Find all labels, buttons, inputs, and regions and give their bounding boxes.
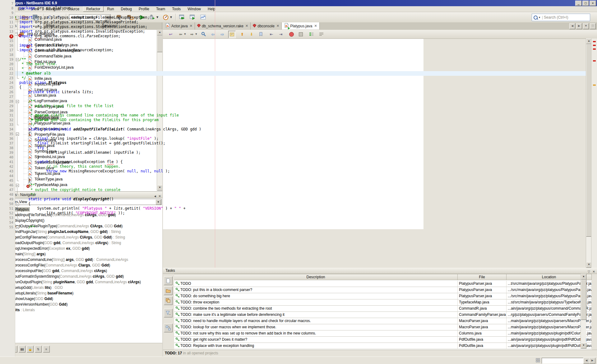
task-location-cell[interactable]: ...st/src/main/java/org/pz/platypus/Type… xyxy=(507,299,592,306)
code-fold-box[interactable] xyxy=(16,183,19,188)
code-line[interactable]: 24public class Platypus xyxy=(0,80,423,85)
code-line[interactable]: 36 final String inputFile = clArgs.looku… xyxy=(0,136,423,141)
code-line[interactable]: 23 */ xyxy=(0,76,423,80)
code-line[interactable]: 29 * add the input file to the file list xyxy=(0,104,423,108)
show-non-public-toggle[interactable]: 🔒 xyxy=(27,346,34,353)
task-location-cell[interactable]: .../src/main/java/org/pz/platypus/Platyp… xyxy=(507,293,592,299)
task-location-cell[interactable]: ...ain/java/org/pz/platypus/plugin/pdf/P… xyxy=(507,343,592,349)
task-location-cell[interactable]: ...t/src/main/java/org/pz/platypus/Platy… xyxy=(507,281,592,287)
navigator-member[interactable]: findPluginJar(String pluginJarLookupName… xyxy=(0,229,162,234)
scroll-thumb[interactable] xyxy=(581,280,586,320)
task-location-cell[interactable]: ...ain/java/org/pz/platypus/command/Comm… xyxy=(507,306,592,312)
navigator-member[interactable]: putFormatInSystemStrings(CommandLineArgs… xyxy=(0,274,162,279)
navigator-member[interactable]: main(String[] args) xyxy=(0,251,162,257)
code-line[interactable]: 33 */ xyxy=(0,122,423,127)
code-line[interactable]: 52 lits.getLit( "COPYRIGHT_NOTICE" )); xyxy=(0,211,423,216)
task-description-cell[interactable]: TODO: do something big here xyxy=(174,293,458,299)
task-description-cell[interactable]: TODO: combine the two methods for extrac… xyxy=(174,306,458,312)
task-file-cell[interactable]: CommandFamilyParser.java xyxy=(458,312,507,318)
code-line[interactable]: 20 * The main line. xyxy=(0,62,423,66)
show-static-members-toggle[interactable]: ▮▮ xyxy=(19,346,25,353)
main-project-scope-button[interactable] xyxy=(164,286,173,295)
code-line[interactable]: 28 /** xyxy=(0,99,423,104)
code-line[interactable]: 26 private static Literals lits; xyxy=(0,90,423,94)
code-line[interactable]: 31 * @param clArgs command line containi… xyxy=(0,113,423,118)
editor-scrollbar[interactable]: ▲ ▼ xyxy=(586,39,591,268)
task-description-cell[interactable]: TODO: throw exception xyxy=(174,299,458,306)
code-line[interactable]: 38 try { xyxy=(0,146,423,150)
code-line[interactable]: 50 { xyxy=(0,202,423,206)
code-line[interactable]: import org.apache.commons.cli.ParseExcep… xyxy=(0,34,423,39)
filter-button[interactable] xyxy=(164,309,173,317)
code-editor[interactable]: 78package org.pz.platypus;910import org.… xyxy=(0,0,423,229)
sort-by-source-toggle[interactable]: ≡ xyxy=(43,346,50,353)
task-file-cell[interactable]: TypefaceMap.java xyxy=(458,299,507,306)
navigator-member[interactable]: setupGdd(Literals lits) : GDD xyxy=(0,285,162,290)
task-file-cell[interactable]: PlatypusParser.java xyxy=(458,281,507,287)
edit-filters-button[interactable] xyxy=(164,324,173,332)
code-fold-box[interactable] xyxy=(16,132,19,136)
task-description-cell[interactable]: TODO: not sure why this was set up to re… xyxy=(174,330,458,337)
status-input[interactable] xyxy=(542,358,583,364)
navigator-member[interactable]: showUsage(GDD Gdd) xyxy=(0,296,162,302)
code-fold-box[interactable] xyxy=(16,225,19,229)
warning-mark[interactable] xyxy=(593,84,596,86)
status-next-button[interactable]: ▶ xyxy=(589,358,595,364)
code-line[interactable]: 32 * @param gdd GDD containing the FileL… xyxy=(0,118,423,122)
code-line[interactable]: 45 } xyxy=(0,178,423,183)
navigator-member[interactable]: processCommandLine(String[] args, GDD gd… xyxy=(0,257,162,262)
code-line[interactable]: 8package org.pz.platypus; xyxy=(0,6,423,11)
task-description-cell[interactable]: TODO xyxy=(174,281,458,287)
code-line[interactable]: 46 /** xyxy=(0,183,423,188)
code-line[interactable]: 22 * @author alb xyxy=(0,71,423,76)
code-line[interactable]: 53 } xyxy=(0,216,423,220)
code-line[interactable]: 55 /** xyxy=(0,225,423,229)
code-line[interactable]: 7 xyxy=(0,1,423,6)
code-fold-box[interactable] xyxy=(16,202,19,206)
task-description-cell[interactable]: TODO: need to handle multiple layers of … xyxy=(174,318,458,324)
task-file-cell[interactable]: PlatypusParser.java xyxy=(458,293,507,299)
code-line[interactable]: 48 */ xyxy=(0,192,423,197)
task-description-cell[interactable]: TODO: put this in a block-comment parser… xyxy=(174,287,458,293)
code-line[interactable]: 51 System.out.println( "Platypus " + lit… xyxy=(0,206,423,211)
navigator-member[interactable]: getConfigFilename(CommandLineArgs ClArgs… xyxy=(0,234,162,240)
code-line[interactable]: 42 // in theory, this cannot happen. xyxy=(0,164,423,169)
error-mark[interactable] xyxy=(593,41,596,42)
navigator-member[interactable]: setupLiterals(String baseFilename) xyxy=(0,290,162,296)
error-annotation-icon[interactable] xyxy=(9,34,13,39)
code-line[interactable]: 21 * xyxy=(0,66,423,71)
task-location-cell[interactable]: ...main/java/org/pz/platypus/plugin/pdf/… xyxy=(507,330,592,337)
code-line[interactable]: 15 xyxy=(0,39,423,43)
code-fold-box[interactable] xyxy=(16,57,19,62)
code-line[interactable]: 19/** xyxy=(0,57,423,62)
task-file-cell[interactable]: CommandR.java xyxy=(458,306,507,312)
scroll-up-button[interactable]: ▲ xyxy=(581,274,586,280)
tasks-close-icon[interactable]: ✕ xyxy=(593,269,595,275)
task-location-cell[interactable]: ...ain/java/org/pz/platypus/plugin/pdf/P… xyxy=(507,337,592,343)
task-file-cell[interactable]: PdfOutfile.java xyxy=(458,337,507,343)
task-description-cell[interactable]: TODO: Replace with true exception handli… xyxy=(174,343,458,349)
code-line[interactable]: 49 static private void displayCopyright(… xyxy=(0,197,423,202)
keyboard-layout-icon[interactable] xyxy=(536,358,540,363)
task-location-cell[interactable]: ...rg/pz/platypus/parsers/CommandFamilyP… xyxy=(507,312,592,318)
navigator-member[interactable]: lits : Literals xyxy=(0,307,162,313)
code-line[interactable]: 12import org.pz.platypus.exceptions.Stop… xyxy=(0,25,423,29)
navigator-member[interactable]: processConfigFile(CommandLineArgs Clargs… xyxy=(0,262,162,268)
code-line[interactable]: 11import org.pz.platypus.exceptions.Help… xyxy=(0,20,423,25)
scroll-down-button[interactable]: ▼ xyxy=(581,343,586,348)
navigator-member[interactable]: logUnexpectedError(Exception ex, GDD gdd… xyxy=(0,246,162,251)
tasks-column-header-location[interactable]: Location xyxy=(507,274,592,280)
code-line[interactable]: 43 throw new MissingResourceException( n… xyxy=(0,169,423,174)
code-line[interactable]: 39 startingFileList.addFilename( inputFi… xyxy=(0,150,423,155)
code-line[interactable]: 9 xyxy=(0,11,423,15)
task-location-cell[interactable]: .../src/main/java/org/pz/platypus/Platyp… xyxy=(507,287,592,293)
code-line[interactable]: 47 * output the copyright notice to cons… xyxy=(0,188,423,192)
code-line[interactable]: 13import org.pz.platypus.exceptions.Inva… xyxy=(0,29,423,34)
task-location-cell[interactable]: ...main/java/org/pz/platypus/parsers/Mac… xyxy=(507,318,592,324)
sort-alphabetically-toggle[interactable]: ⇅ xyxy=(35,346,42,353)
task-location-cell[interactable]: ...main/java/org/pz/platypus/parsers/Mac… xyxy=(507,324,592,330)
status-prev-button[interactable]: ◀ xyxy=(583,358,590,364)
tasks-column-header-file[interactable]: File xyxy=(458,274,507,280)
task-file-cell[interactable]: PlatypusParser.java xyxy=(458,287,507,293)
code-line[interactable]: 30 * xyxy=(0,108,423,113)
